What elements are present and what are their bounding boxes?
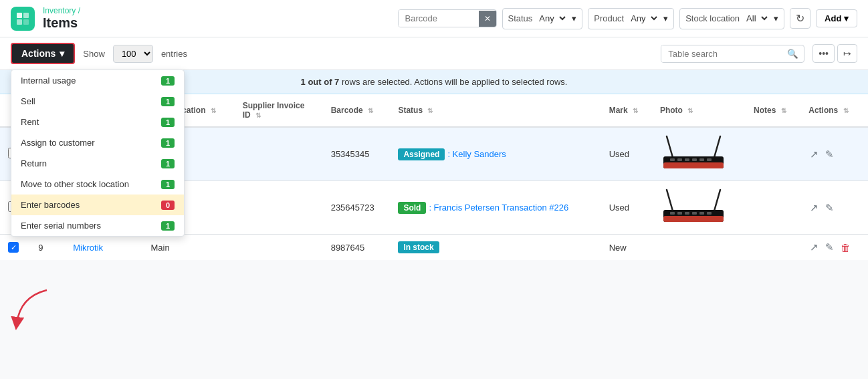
actions-label: Actions — [21, 48, 56, 59]
table-search-wrap: 🔍 — [661, 45, 804, 63]
barcode-filter-wrap: ✕ — [398, 9, 497, 27]
col-barcode[interactable]: Barcode ⇅ — [323, 94, 391, 127]
row-barcode: 8987645 — [323, 235, 391, 261]
actions-menu-item[interactable]: Move to other stock location1 — [11, 174, 184, 195]
actions-menu-item[interactable]: Internal usage1 — [11, 70, 184, 91]
actions-menu-item[interactable]: Sell1 — [11, 91, 184, 112]
svg-rect-1 — [23, 13, 29, 18]
product-chevron-icon: ▾ — [663, 13, 668, 23]
actions-menu-item-badge: 1 — [161, 221, 175, 231]
row-supplier-invoice-id — [235, 181, 323, 235]
product-filter-select[interactable]: Any — [628, 13, 659, 24]
row-status-badge: Sold — [398, 202, 426, 214]
product-filter-label: Product — [594, 13, 624, 23]
stock-location-filter-select[interactable]: All — [744, 13, 770, 24]
actions-menu-item[interactable]: Rent1 — [11, 112, 184, 132]
status-filter-group: Status Any ▾ — [502, 8, 583, 29]
export-button[interactable]: ↦ — [837, 44, 857, 63]
svg-rect-20 — [685, 212, 689, 215]
row-status-text: : Kelly Sanders — [447, 149, 506, 159]
svg-rect-3 — [23, 19, 29, 25]
svg-rect-2 — [17, 19, 22, 25]
app-logo — [11, 7, 35, 31]
row-status: Assigned: Kelly Sanders — [390, 127, 601, 181]
svg-rect-0 — [17, 13, 22, 18]
col-status[interactable]: Status ⇅ — [390, 94, 601, 127]
more-options-button[interactable]: ••• — [812, 44, 835, 63]
breadcrumb-parent[interactable]: Inventory / — [43, 6, 80, 15]
col-supplier-invoice-id[interactable]: Supplier InvoiceID ⇅ — [235, 94, 323, 127]
table-search-input[interactable] — [661, 45, 782, 62]
col-notes[interactable]: Notes ⇅ — [746, 94, 800, 127]
svg-rect-23 — [707, 212, 712, 215]
row-actions-cell: ↗✎🗑 — [800, 235, 868, 261]
svg-line-4 — [667, 136, 673, 160]
table-row: ✓9MikrotikMain8987645In stockNew↗✎🗑 — [0, 235, 868, 261]
row-status: In stock — [390, 235, 601, 261]
row-photo — [652, 235, 746, 261]
actions-menu-item-label: Move to other stock location — [21, 179, 129, 189]
row-photo — [652, 127, 746, 181]
row-stock-location: Main — [142, 235, 234, 261]
svg-rect-19 — [677, 212, 682, 215]
toolbar-extra-buttons: ••• ↦ — [812, 44, 857, 63]
selection-count: 1 out of 7 — [301, 77, 340, 87]
actions-menu-item-label: Assign to customer — [21, 138, 95, 148]
row-status-text: : Francis Petersen Transaction #226 — [429, 203, 568, 213]
svg-line-14 — [667, 190, 673, 213]
col-mark[interactable]: Mark ⇅ — [601, 94, 652, 127]
refresh-button[interactable]: ↻ — [790, 8, 810, 29]
row-status-badge: In stock — [398, 241, 439, 253]
barcode-filter-input[interactable] — [399, 10, 479, 27]
stock-location-filter-group: Stock location All ▾ — [679, 8, 784, 29]
page-title: Items — [43, 15, 80, 31]
actions-menu-item-badge: 1 — [161, 180, 175, 189]
row-checkbox[interactable]: ✓ — [8, 242, 19, 253]
toolbar: Actions ▾ Show 100 50 25 entries 🔍 ••• ↦… — [0, 37, 868, 70]
actions-button[interactable]: Actions ▾ — [11, 43, 75, 64]
col-actions[interactable]: Actions ⇅ — [800, 94, 868, 127]
row-delete-button[interactable]: 🗑 — [839, 241, 852, 255]
actions-menu-item-badge: 0 — [161, 201, 175, 210]
table-search-button[interactable]: 🔍 — [782, 45, 804, 62]
stock-location-chevron-icon: ▾ — [774, 13, 778, 23]
actions-menu-item[interactable]: Enter serial numbers1 — [11, 215, 184, 236]
product-filter-group: Product Any ▾ — [588, 8, 674, 29]
row-actions-cell: ↗✎ — [800, 127, 868, 181]
entries-select[interactable]: 100 50 25 — [113, 45, 153, 63]
col-photo[interactable]: Photo ⇅ — [652, 94, 746, 127]
actions-dropdown-menu: Internal usage1Sell1Rent1Assign to custo… — [11, 70, 185, 237]
barcode-clear-button[interactable]: ✕ — [479, 11, 496, 27]
row-status: Sold: Francis Petersen Transaction #226 — [390, 181, 601, 235]
row-notes — [746, 127, 800, 181]
row-external-link-button[interactable]: ↗ — [808, 240, 820, 255]
row-notes — [746, 235, 800, 261]
row-num: 9 — [30, 235, 65, 261]
actions-menu-item-badge: 1 — [161, 159, 175, 168]
svg-line-5 — [714, 136, 720, 160]
actions-menu-item-badge: 1 — [161, 118, 175, 127]
row-product: Mikrotik — [65, 235, 142, 261]
actions-menu-item-label: Rent — [21, 117, 39, 127]
row-edit-button[interactable]: ✎ — [824, 201, 835, 215]
top-bar: Inventory / Items ✕ Status Any ▾ Product… — [0, 0, 868, 37]
actions-menu-item[interactable]: Return1 — [11, 153, 184, 174]
row-barcode: 235645723 — [323, 181, 391, 235]
row-edit-button[interactable]: ✎ — [824, 240, 835, 255]
row-product-link[interactable]: Mikrotik — [73, 243, 103, 253]
actions-menu-item[interactable]: Enter barcodes0 — [11, 195, 184, 215]
actions-menu-item[interactable]: Assign to customer1 — [11, 132, 184, 153]
row-checkbox-cell: ✓ — [0, 235, 30, 261]
svg-rect-9 — [677, 158, 682, 161]
status-filter-select[interactable]: Any — [536, 13, 568, 24]
row-external-link-button[interactable]: ↗ — [808, 147, 820, 162]
row-edit-button[interactable]: ✎ — [824, 147, 835, 162]
add-button[interactable]: Add ▾ — [816, 9, 857, 27]
svg-rect-8 — [670, 158, 675, 161]
selection-suffix: rows are selected. Actions will be appli… — [342, 77, 567, 87]
svg-rect-17 — [663, 216, 724, 222]
row-photo — [652, 181, 746, 235]
row-mark: New — [601, 235, 652, 261]
svg-line-15 — [714, 190, 720, 213]
row-external-link-button[interactable]: ↗ — [808, 201, 820, 215]
